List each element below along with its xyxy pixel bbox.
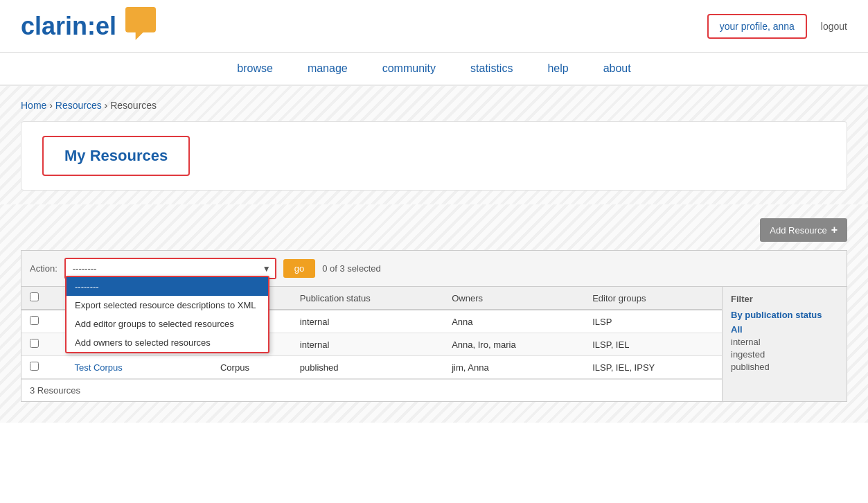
add-resource-bar: Add Resource + xyxy=(21,218,847,242)
col-editor-groups: Editor groups xyxy=(584,287,722,310)
profile-button[interactable]: your profile, anna xyxy=(707,14,807,39)
row-checkbox[interactable] xyxy=(30,339,39,348)
row-checkbox[interactable] xyxy=(30,316,39,325)
dropdown-item-export[interactable]: Export selected resource descriptions to… xyxy=(67,296,268,315)
row-editor-groups-cell: ILSP, IEL xyxy=(584,333,722,356)
nav-community[interactable]: community xyxy=(382,53,436,85)
row-editor-groups-cell: ILSP, IEL, IPSY xyxy=(584,356,722,379)
add-resource-label: Add Resource xyxy=(770,225,826,236)
main-content: Add Resource + Action: -------- Export s… xyxy=(0,204,868,423)
row-status-cell: internal xyxy=(292,333,443,356)
logo-text: clarin:el xyxy=(21,14,116,39)
logout-button[interactable]: logout xyxy=(821,21,847,32)
add-resource-plus-icon: + xyxy=(831,224,838,236)
select-all-checkbox[interactable] xyxy=(30,292,39,301)
row-status-cell: internal xyxy=(292,310,443,333)
filter-title: Filter xyxy=(731,294,838,304)
row-owners-cell: Anna xyxy=(443,310,584,333)
logo-area: clarin:el xyxy=(21,7,161,45)
my-resources-button[interactable]: My Resources xyxy=(42,136,190,176)
breadcrumb-sep1: › xyxy=(46,100,55,111)
action-select[interactable]: -------- Export selected resource descri… xyxy=(66,259,275,278)
resources-table-container: Action: -------- Export selected resourc… xyxy=(21,250,847,402)
breadcrumb: Home › Resources › Resources xyxy=(21,100,847,111)
row-resource-cell: Test Corpus xyxy=(66,356,212,379)
action-dropdown: -------- Export selected resource descri… xyxy=(65,276,269,353)
add-resource-button[interactable]: Add Resource + xyxy=(760,218,847,242)
col-publication-status: Publication status xyxy=(292,287,443,310)
header: clarin:el your profile, anna logout xyxy=(0,0,868,53)
filter-panel: Filter By publication status All interna… xyxy=(722,287,847,401)
breadcrumb-sep2: › xyxy=(102,100,110,111)
row-owners-cell: Anna, Iro, maria xyxy=(443,333,584,356)
row-resource-link[interactable]: Test Corpus xyxy=(74,362,122,373)
row-type-cell: Corpus xyxy=(212,356,292,379)
row-owners-cell: jim, Anna xyxy=(443,356,584,379)
table-row: Test Corpus Corpus published jim, Anna I… xyxy=(21,356,722,379)
go-button[interactable]: go xyxy=(283,259,315,278)
filter-section-title: By publication status xyxy=(731,310,838,320)
action-label: Action: xyxy=(30,263,57,274)
row-editor-groups-cell: ILSP xyxy=(584,310,722,333)
row-checkbox-cell xyxy=(21,333,66,356)
main-nav: browse manage community statistics help … xyxy=(0,53,868,86)
logo-bubble-icon xyxy=(120,7,161,45)
row-checkbox-cell xyxy=(21,356,66,379)
nav-browse[interactable]: browse xyxy=(237,53,273,85)
breadcrumb-home[interactable]: Home xyxy=(21,100,46,111)
dropdown-item-default[interactable]: -------- xyxy=(67,277,268,296)
filter-item-internal[interactable]: internal xyxy=(731,337,838,347)
selected-count: 0 of 3 selected xyxy=(322,263,381,274)
nav-help[interactable]: help xyxy=(547,53,568,85)
dropdown-item-add-owners[interactable]: Add owners to selected resources xyxy=(67,333,268,352)
filter-item-ingested[interactable]: ingested xyxy=(731,349,838,360)
nav-statistics[interactable]: statistics xyxy=(470,53,513,85)
row-status-cell: published xyxy=(292,356,443,379)
nav-manage[interactable]: manage xyxy=(308,53,348,85)
col-owners: Owners xyxy=(443,287,584,310)
resources-count: 3 Resources xyxy=(21,379,722,401)
dropdown-item-add-editor[interactable]: Add editor groups to selected resources xyxy=(67,315,268,333)
my-resources-card: My Resources xyxy=(21,121,847,191)
col-checkbox xyxy=(21,287,66,310)
top-section: Home › Resources › Resources My Resource… xyxy=(0,86,868,204)
filter-item-published[interactable]: published xyxy=(731,362,838,372)
breadcrumb-resources2: Resources xyxy=(110,100,157,111)
row-checkbox[interactable] xyxy=(30,362,39,371)
header-right: your profile, anna logout xyxy=(707,14,847,39)
action-bar: Action: -------- Export selected resourc… xyxy=(21,251,847,287)
nav-about[interactable]: about xyxy=(603,53,631,85)
row-checkbox-cell xyxy=(21,310,66,333)
breadcrumb-resources1[interactable]: Resources xyxy=(55,100,102,111)
filter-item-all[interactable]: All xyxy=(731,324,838,335)
